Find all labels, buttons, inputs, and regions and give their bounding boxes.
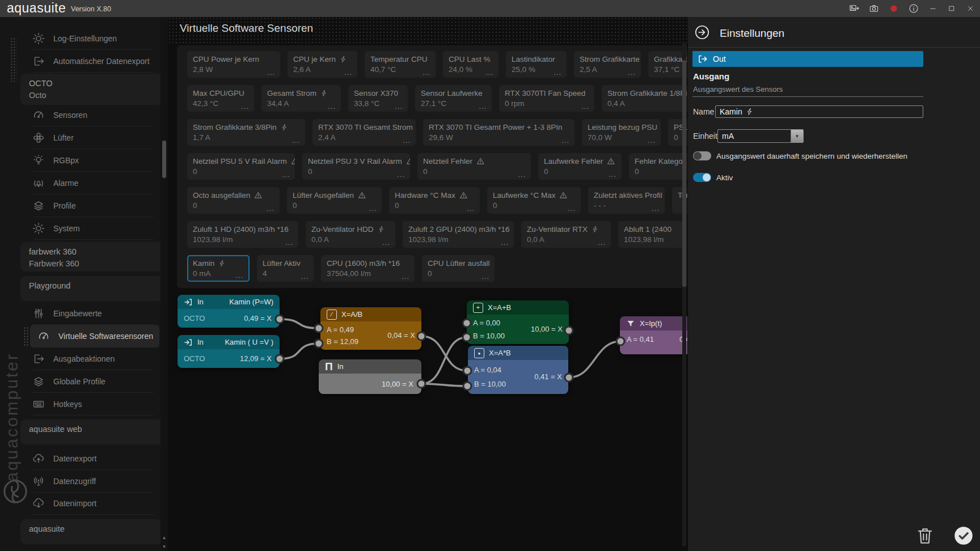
sidebar-item-system[interactable]: System: [32, 217, 156, 240]
sidebar-item-ausgabeaktionen[interactable]: Ausgabeaktionen: [32, 347, 156, 370]
sensor-tile-strom-grafikkarte-3-8pin[interactable]: Strom Grafikkarte 3/8Pin1,7 A...: [187, 119, 305, 146]
tile-menu-ellipsis[interactable]: ...: [628, 68, 636, 77]
sensor-tile-fehler-katego[interactable]: Fehler Katego0: [629, 153, 688, 180]
sidebar-item-eingabewerte[interactable]: Eingabewerte: [32, 302, 156, 325]
tile-menu-ellipsis[interactable]: ...: [369, 204, 377, 213]
sensor-tile-laufwerke-c-max[interactable]: Laufwerke °C Max0...: [487, 187, 581, 214]
sensor-tile-leistung-bezug-psu[interactable]: Leistung bezug PSU70,0 W...: [582, 119, 661, 146]
sensor-tile-zu-ventilator-hdd[interactable]: Zu-Ventilator HDD0,0 A...: [306, 221, 395, 248]
info-icon[interactable]: [909, 3, 919, 14]
tile-menu-ellipsis[interactable]: ...: [485, 68, 493, 77]
tile-menu-ellipsis[interactable]: ...: [235, 271, 243, 279]
sidebar-group-farbwerk-360[interactable]: farbwerk 360Farbwerk 360: [20, 242, 160, 272]
sensor-tile-zuletzt-aktives-profil[interactable]: Zuletzt aktives Profil- - -...: [588, 187, 665, 214]
sensor-tile-cpu-je-kern[interactable]: CPU je Kern2,6 A...: [288, 51, 357, 78]
sensor-tile-lüfter-aktiv[interactable]: Lüfter Aktiv4...: [257, 255, 314, 282]
collapse-panel-arrow-icon[interactable]: [694, 24, 710, 40]
graph-node-add[interactable]: +X=A+BA = 0,00B = 10,0010,00 = X: [467, 300, 569, 344]
tile-menu-ellipsis[interactable]: ...: [648, 136, 656, 145]
node-port[interactable]: [315, 340, 323, 347]
node-port[interactable]: [276, 315, 284, 323]
maximize-button[interactable]: [947, 3, 957, 14]
node-port[interactable]: [565, 374, 573, 382]
sensor-tile-max-cpu-gpu[interactable]: Max CPU/GPU42,3 °C...: [187, 85, 254, 112]
sensor-tile-netzteil-fehler[interactable]: Netzteil Fehler0...: [417, 153, 531, 180]
sensor-tile-lüfter-ausgefallen[interactable]: Lüfter Ausgefallen0...: [287, 187, 382, 214]
sidebar-group-aquasuite[interactable]: aquasuite: [20, 519, 160, 544]
confirm-check-icon[interactable]: [953, 525, 974, 546]
graph-node-div[interactable]: ∕X=A/BA = 0,49B = 12,090,04 = X: [320, 307, 421, 350]
sensor-tile-abluft-1-2400[interactable]: Abluft 1 (24001023,98 l/m: [618, 221, 686, 248]
node-port[interactable]: [276, 355, 284, 363]
sidebar-item-automatischer-datenexport[interactable]: Automatischer Datenexport: [32, 50, 156, 73]
selected-node-row-out[interactable]: Out: [692, 51, 923, 67]
sidebar-scrollbar-thumb[interactable]: [162, 141, 166, 178]
tile-menu-ellipsis[interactable]: ...: [561, 136, 569, 145]
tile-menu-ellipsis[interactable]: ...: [479, 102, 487, 111]
node-port[interactable]: [616, 337, 624, 345]
graph-node-in-p[interactable]: InKamin (P=W)OCTO0,49 = X: [178, 295, 280, 328]
sensor-tile-laufwerke-fehler[interactable]: Laufwerke Fehler0...: [538, 153, 622, 180]
sensor-tile-zuluft-1-hd-2400-m3-h-16[interactable]: Zuluft 1 HD (2400) m3/h *161023,98 l/m..…: [187, 221, 298, 248]
tile-menu-ellipsis[interactable]: ...: [344, 68, 352, 77]
camera-icon[interactable]: [869, 3, 879, 14]
sidebar-item-lüfter[interactable]: Lüfter: [32, 126, 156, 149]
sidebar-item-einstellungen[interactable]: Einstellungen: [32, 545, 156, 551]
chevron-down-icon[interactable]: ▼: [791, 130, 803, 142]
sensor-tile-netzteil-psu-5-v-rail-alarm[interactable]: Netzteil PSU 5 V Rail Alarm0...: [187, 153, 295, 180]
graph-node-in-u[interactable]: InKamin ( U =V )OCTO12,09 = X: [178, 335, 280, 368]
tile-menu-ellipsis[interactable]: ...: [652, 204, 660, 213]
tile-menu-ellipsis[interactable]: ...: [241, 102, 249, 111]
drag-handle-dots[interactable]: [10, 37, 17, 82]
scroll-up-arrow-icon[interactable]: ▲: [160, 533, 168, 542]
node-port[interactable]: [565, 327, 573, 334]
sensor-tile-cpu-lüfter-ausfall[interactable]: CPU Lüfter ausfall0...: [422, 255, 495, 282]
node-port[interactable]: [463, 382, 471, 390]
unit-select[interactable]: mA ▼: [717, 129, 804, 143]
close-button[interactable]: [965, 3, 975, 14]
main-scrollbar[interactable]: [682, 43, 686, 546]
tile-menu-ellipsis[interactable]: ...: [282, 170, 290, 179]
node-port[interactable]: [463, 367, 471, 375]
graph-node-filter[interactable]: X=Ip(t)A = 0,410,41 = X: [620, 316, 688, 354]
tile-menu-ellipsis[interactable]: ...: [423, 68, 430, 77]
node-port[interactable]: [463, 333, 471, 341]
sensor-tile-cpu-1600-m3-h-16[interactable]: CPU (1600) m3/h *1637504,00 l/m...: [321, 255, 415, 282]
tile-menu-ellipsis[interactable]: ...: [395, 102, 403, 111]
active-toggle[interactable]: [693, 173, 711, 182]
minimize-button[interactable]: [928, 3, 938, 14]
sidebar-group-playground[interactable]: Playground: [20, 276, 160, 301]
sensor-tile-strom-grafikkarte-1-8pin[interactable]: Strom Grafikkarte 1/8Pin0,4 A: [602, 85, 688, 112]
tile-menu-ellipsis[interactable]: ...: [481, 272, 489, 281]
node-port[interactable]: [315, 324, 323, 332]
node-port[interactable]: [417, 332, 425, 340]
tile-menu-ellipsis[interactable]: ...: [267, 204, 274, 213]
sidebar-item-log-einstellungen[interactable]: Log-Einstellungen: [32, 27, 156, 50]
sidebar-item-datenimport[interactable]: Datenimport: [32, 492, 156, 515]
sidebar-item-datenzugriff[interactable]: Datenzugriff: [32, 470, 156, 493]
sidebar-item-rgbpx[interactable]: RGBpx: [32, 149, 156, 172]
tile-menu-ellipsis[interactable]: ...: [382, 238, 390, 247]
tile-menu-ellipsis[interactable]: ...: [501, 238, 509, 247]
sensor-tile-kamin[interactable]: Kamin0 mA...: [187, 255, 250, 282]
tile-menu-ellipsis[interactable]: ...: [397, 170, 405, 179]
sidebar-item-profile[interactable]: Profile: [32, 194, 156, 217]
image-export-icon[interactable]: [849, 3, 859, 14]
sensor-tile-lastindikator[interactable]: Lastindikator25,0 %...: [506, 51, 567, 78]
tile-menu-ellipsis[interactable]: ...: [554, 68, 561, 77]
tile-menu-ellipsis[interactable]: ...: [568, 204, 576, 213]
tile-menu-ellipsis[interactable]: ...: [467, 204, 475, 213]
tile-menu-ellipsis[interactable]: ...: [267, 68, 275, 77]
sidebar-scrollbar[interactable]: ▲ ▼: [160, 17, 168, 551]
tile-menu-ellipsis[interactable]: ...: [609, 170, 616, 179]
tile-menu-ellipsis[interactable]: ...: [403, 136, 411, 145]
sensor-tile-hardware-c-max[interactable]: Hardware °C Max0...: [389, 187, 480, 214]
sidebar-group-aquasuite-web[interactable]: aquasuite web: [20, 419, 160, 444]
sidebar-item-hotkeys[interactable]: Hotkeys: [32, 393, 156, 416]
tile-menu-ellipsis[interactable]: ...: [581, 102, 589, 111]
node-port[interactable]: [417, 380, 425, 388]
tile-menu-ellipsis[interactable]: ...: [402, 272, 409, 281]
sensor-tile-temperatur-cpu[interactable]: Temperatur CPU40,7 °C...: [365, 51, 436, 78]
delete-trash-icon[interactable]: [915, 525, 935, 546]
sensor-tile-zu-ventilator-rtx[interactable]: Zu-Ventilator RTX0,0 A...: [521, 221, 611, 248]
